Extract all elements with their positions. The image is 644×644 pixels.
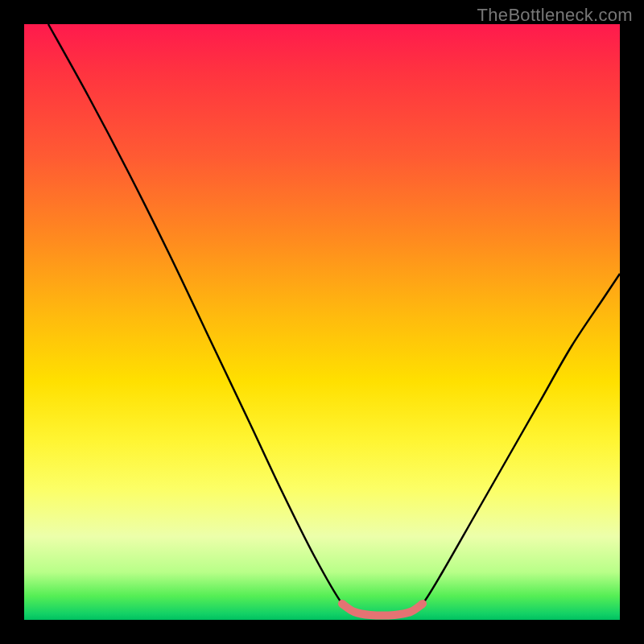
curve-layer bbox=[24, 24, 620, 620]
watermark-text: TheBottleneck.com bbox=[477, 5, 633, 26]
flat-bottom-highlight bbox=[342, 604, 423, 616]
gradient-plot-area bbox=[24, 24, 620, 620]
chart-frame: TheBottleneck.com bbox=[0, 0, 644, 644]
bottleneck-curve bbox=[48, 24, 620, 616]
